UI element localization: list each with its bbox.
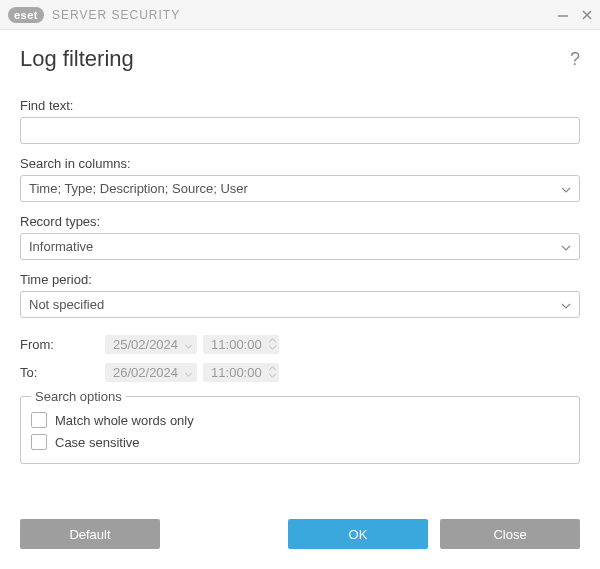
to-label: To:: [20, 365, 105, 380]
to-date-picker: 26/02/2024: [105, 363, 197, 382]
default-button[interactable]: Default: [20, 519, 160, 549]
search-options-legend: Search options: [31, 389, 126, 404]
dialog-content: Log filtering ? Find text: Search in col…: [0, 30, 600, 464]
window-controls: [556, 0, 594, 29]
checkbox-icon: [31, 412, 47, 428]
case-sensitive-checkbox[interactable]: Case sensitive: [31, 431, 569, 453]
from-date-picker: 25/02/2024: [105, 335, 197, 354]
chevron-down-icon: [561, 297, 571, 312]
case-sensitive-label: Case sensitive: [55, 435, 140, 450]
record-types-label: Record types:: [20, 214, 580, 229]
brand-badge: eset: [8, 7, 44, 23]
chevron-down-icon: [561, 239, 571, 254]
time-period-value: Not specified: [29, 297, 104, 312]
minimize-icon[interactable]: [556, 8, 570, 22]
spinner-icon: [266, 366, 277, 378]
find-text-input[interactable]: [20, 117, 580, 144]
chevron-down-icon: [184, 365, 193, 380]
time-period-label: Time period:: [20, 272, 580, 287]
from-date-value: 25/02/2024: [113, 337, 178, 352]
to-time-picker: 11:00:00: [203, 363, 279, 382]
search-columns-label: Search in columns:: [20, 156, 580, 171]
match-whole-words-checkbox[interactable]: Match whole words only: [31, 409, 569, 431]
close-icon[interactable]: [580, 8, 594, 22]
close-button[interactable]: Close: [440, 519, 580, 549]
record-types-value: Informative: [29, 239, 93, 254]
from-time-picker: 11:00:00: [203, 335, 279, 354]
brand-logo: eset SERVER SECURITY: [8, 7, 180, 23]
ok-button[interactable]: OK: [288, 519, 428, 549]
help-icon[interactable]: ?: [570, 49, 580, 70]
from-time-value: 11:00:00: [211, 337, 262, 352]
to-date-value: 26/02/2024: [113, 365, 178, 380]
time-period-select[interactable]: Not specified: [20, 291, 580, 318]
dialog-footer: Default OK Close: [0, 505, 600, 569]
chevron-down-icon: [184, 337, 193, 352]
chevron-down-icon: [561, 181, 571, 196]
search-options-group: Search options Match whole words only Ca…: [20, 396, 580, 464]
spinner-icon: [266, 338, 277, 350]
brand-text: SERVER SECURITY: [52, 8, 180, 22]
page-title: Log filtering: [20, 46, 134, 72]
find-text-label: Find text:: [20, 98, 580, 113]
checkbox-icon: [31, 434, 47, 450]
to-time-value: 11:00:00: [211, 365, 262, 380]
match-whole-words-label: Match whole words only: [55, 413, 194, 428]
from-label: From:: [20, 337, 105, 352]
search-columns-value: Time; Type; Description; Source; User: [29, 181, 248, 196]
record-types-select[interactable]: Informative: [20, 233, 580, 260]
search-columns-select[interactable]: Time; Type; Description; Source; User: [20, 175, 580, 202]
titlebar: eset SERVER SECURITY: [0, 0, 600, 30]
